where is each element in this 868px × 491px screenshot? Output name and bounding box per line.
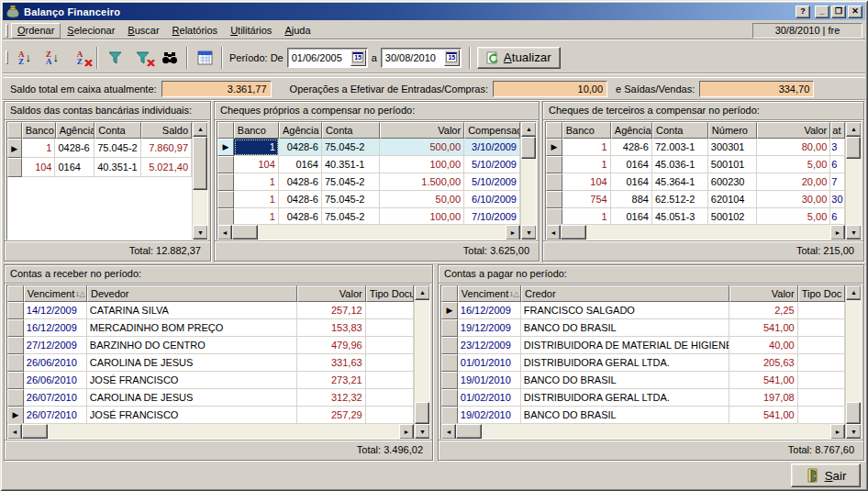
row-selector[interactable] <box>7 372 24 389</box>
cell-credor[interactable]: FRANCISCO SALGADO <box>521 302 729 319</box>
cell-tipo-documento[interactable] <box>798 337 845 354</box>
menu-selecionar[interactable]: Selecionar <box>61 23 121 39</box>
row-selector[interactable] <box>7 337 24 354</box>
cell-tipo-documento[interactable] <box>366 372 414 389</box>
row-selector[interactable] <box>217 173 234 191</box>
scroll-up-button[interactable]: ▲ <box>415 285 430 300</box>
date-to-picker-button[interactable]: 15 <box>444 50 460 66</box>
table-row[interactable]: 1 0428-6 75.045-2 100,00 7/10/2009 <box>217 208 520 224</box>
table-row[interactable]: 754 884 62.512-2 620104 30,00 30 <box>546 191 845 208</box>
cell-conta[interactable]: 75.045-2 <box>322 173 380 191</box>
close-button[interactable]: ✕ <box>848 6 862 18</box>
cell-saldo[interactable]: 7.860,97 <box>141 139 192 158</box>
menu-buscar[interactable]: Buscar <box>121 23 165 39</box>
search-button[interactable] <box>156 46 184 70</box>
cell-devedor[interactable]: JOSÉ FRANCISCO <box>87 407 297 423</box>
cell-agencia[interactable]: 0164 <box>611 208 652 224</box>
cell-numero[interactable]: 500102 <box>708 208 757 224</box>
column-header-agencia[interactable]: Agência <box>56 122 95 139</box>
column-header-saldo[interactable]: Saldo <box>141 122 192 139</box>
row-selector[interactable] <box>546 173 562 191</box>
cell-data[interactable]: 3 <box>830 139 845 156</box>
scroll-down-button[interactable]: ▼ <box>846 225 862 240</box>
cell-data[interactable]: 6 <box>830 156 845 173</box>
scroll-up-button[interactable]: ▲ <box>521 122 537 137</box>
column-header-valor[interactable]: Valor <box>729 285 798 302</box>
table-row[interactable]: 16/12/2009 MERCADINHO BOM PREÇO 153,83 <box>7 319 414 337</box>
sort-ascending-button[interactable]: AZ↓ <box>11 46 39 70</box>
table-row[interactable]: 26/06/2010 JOSÉ FRANCISCO 273,21 <box>7 372 414 389</box>
row-selector[interactable] <box>7 158 22 177</box>
cell-credor[interactable]: DISTRIBUIDORA DE MATERIAL DE HIGIENE PES… <box>521 337 729 354</box>
cell-valor[interactable]: 100,00 <box>380 156 464 173</box>
cell-devedor[interactable]: MERCADINHO BOM PREÇO <box>87 319 297 337</box>
row-selector[interactable] <box>7 407 24 423</box>
column-header-tipo-documento[interactable]: Tipo Doc <box>798 285 845 302</box>
cell-valor[interactable]: 205,63 <box>729 354 798 372</box>
menu-grip-handle[interactable] <box>6 24 8 38</box>
cell-valor[interactable]: 257,29 <box>297 407 366 423</box>
table-row[interactable]: 27/12/2009 BARZINHO DO CENTRO 479,96 <box>7 337 414 354</box>
cell-agencia[interactable]: 428-6 <box>611 139 652 156</box>
cell-data[interactable]: 7 <box>830 173 845 191</box>
row-selector[interactable] <box>441 389 458 407</box>
scroll-up-button[interactable]: ▲ <box>846 122 862 137</box>
cell-banco[interactable]: 1 <box>562 208 611 224</box>
minimize-button[interactable]: _ <box>815 6 829 18</box>
cell-tipo-documento[interactable] <box>366 319 414 337</box>
scroll-right-button[interactable]: ► <box>506 225 520 240</box>
row-selector[interactable] <box>217 191 234 208</box>
column-header-banco[interactable]: Banco <box>22 122 56 139</box>
sort-descending-button[interactable]: ZA↓ <box>39 46 66 70</box>
clear-filter-button[interactable]: ✕ <box>128 46 156 70</box>
cell-valor[interactable]: 30,00 <box>757 191 830 208</box>
cell-agencia[interactable]: 0428-6 <box>279 191 322 208</box>
cell-credor[interactable]: BANCO DO BRASIL <box>521 372 729 389</box>
cell-vencimento[interactable]: 26/07/2010 <box>24 389 87 407</box>
cell-banco[interactable]: 104 <box>22 158 56 177</box>
cell-vencimento[interactable]: 26/06/2010 <box>24 354 87 372</box>
row-selector[interactable] <box>441 372 458 389</box>
scroll-thumb[interactable] <box>846 137 861 159</box>
cell-banco[interactable]: 104 <box>234 156 279 173</box>
column-header-agencia[interactable]: Agência <box>611 122 652 139</box>
cell-banco[interactable]: 1 <box>234 208 279 224</box>
column-header-banco[interactable]: Banco <box>562 122 611 139</box>
cell-tipo-documento[interactable] <box>798 372 845 389</box>
scroll-thumb[interactable] <box>22 424 48 439</box>
cell-valor[interactable]: 312,32 <box>297 389 366 407</box>
cell-devedor[interactable]: CAROLINA DE JESUS <box>87 389 297 407</box>
cell-banco[interactable]: 1 <box>562 156 611 173</box>
cell-compensacao[interactable]: 6/10/2009 <box>464 191 520 208</box>
cell-banco[interactable]: 1 <box>562 139 611 156</box>
cell-numero[interactable]: 620104 <box>708 191 757 208</box>
scroll-up-button[interactable]: ▲ <box>846 285 862 300</box>
title-bar[interactable]: Balanço Financeiro ? _ ❐ ✕ <box>3 3 865 20</box>
cell-vencimento[interactable]: 01/01/2010 <box>458 354 521 372</box>
cell-valor[interactable]: 273,21 <box>297 372 366 389</box>
cell-vencimento[interactable]: 19/01/2010 <box>458 372 521 389</box>
date-from-field[interactable]: 15 <box>287 48 368 68</box>
cell-valor[interactable]: 40,00 <box>729 337 798 354</box>
column-header-devedor[interactable]: Devedor <box>87 285 297 302</box>
scroll-right-button[interactable]: ► <box>830 424 845 439</box>
cell-valor[interactable]: 479,96 <box>297 337 366 354</box>
cell-vencimento[interactable]: 27/12/2009 <box>24 337 87 354</box>
cell-banco[interactable]: 1 <box>234 191 279 208</box>
cell-valor[interactable]: 5,00 <box>757 156 830 173</box>
cell-banco[interactable]: 1 <box>234 139 279 156</box>
maximize-button[interactable]: ❐ <box>831 6 846 18</box>
row-selector[interactable] <box>441 337 458 354</box>
table-row[interactable]: 104 0164 40.351-1 5.021,40 <box>7 158 192 177</box>
scroll-left-button[interactable]: ◄ <box>441 424 456 439</box>
cell-conta[interactable]: 40.351-1 <box>95 158 140 177</box>
scroll-thumb[interactable] <box>232 225 258 240</box>
scroll-thumb[interactable] <box>456 424 482 439</box>
table-row[interactable]: 19/02/2010 BANCO DO BRASIL 541,00 <box>441 407 845 423</box>
cell-devedor[interactable]: CATARINA SILVA <box>87 302 297 319</box>
row-selector[interactable] <box>546 139 562 156</box>
cell-tipo-documento[interactable] <box>366 302 414 319</box>
column-header-vencimento[interactable]: Venciment 1△ <box>24 285 87 302</box>
scroll-left-button[interactable]: ◄ <box>7 424 22 439</box>
cell-valor[interactable]: 100,00 <box>380 208 464 224</box>
